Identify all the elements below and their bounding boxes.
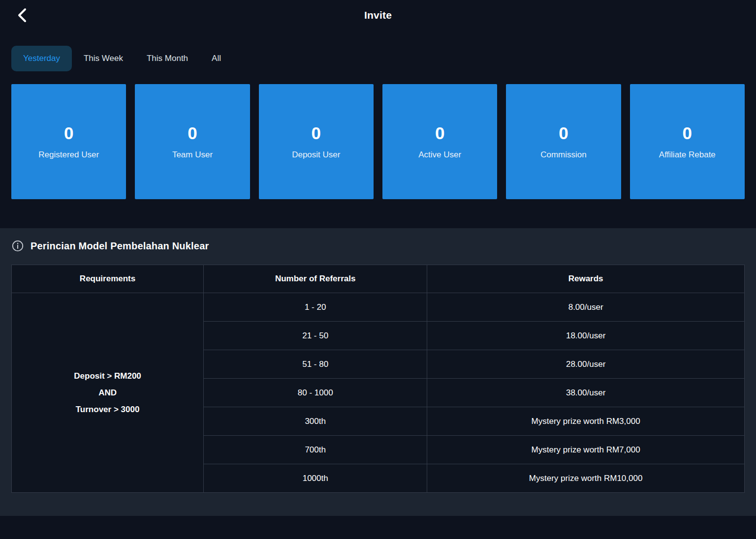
chevron-left-icon [17, 8, 28, 23]
stat-card-team-user: 0 Team User [135, 84, 250, 199]
reward-cell: 8.00/user [427, 293, 745, 322]
table-header-row: Requirements Number of Referrals Rewards [12, 265, 745, 293]
column-header-rewards: Rewards [427, 265, 745, 293]
requirement-line: Turnover > 3000 [12, 401, 203, 418]
referrals-cell: 21 - 50 [204, 322, 427, 350]
requirement-line: AND [12, 385, 203, 401]
stat-label: Registered User [38, 150, 99, 160]
referrals-cell: 1000th [204, 464, 427, 493]
referral-rewards-table: Requirements Number of Referrals Rewards… [11, 265, 745, 493]
tab-this-month[interactable]: This Month [135, 46, 200, 71]
column-header-number-of-referrals: Number of Referrals [204, 265, 427, 293]
reward-cell: 18.00/user [427, 322, 745, 350]
back-button[interactable] [14, 7, 31, 24]
stat-card-registered-user: 0 Registered User [11, 84, 126, 199]
referrals-cell: 700th [204, 436, 427, 464]
reward-cell: Mystery prize worth RM10,000 [427, 464, 745, 493]
requirement-line: Deposit > RM200 [12, 368, 203, 385]
requirements-cell: Deposit > RM200 AND Turnover > 3000 [12, 293, 204, 493]
reward-cell: Mystery prize worth RM3,000 [427, 407, 745, 436]
panel-title-row: Perincian Model Pembelahan Nuklear [11, 240, 745, 252]
stats-grid: 0 Registered User 0 Team User 0 Deposit … [11, 84, 745, 199]
referral-model-title: Perincian Model Pembelahan Nuklear [31, 240, 209, 252]
stat-label: Active User [418, 150, 461, 160]
reward-cell: 28.00/user [427, 350, 745, 379]
tab-all[interactable]: All [200, 46, 233, 71]
stat-label: Team User [172, 150, 213, 160]
referrals-cell: 51 - 80 [204, 350, 427, 379]
stat-card-commission: 0 Commission [506, 84, 621, 199]
reward-cell: Mystery prize worth RM7,000 [427, 436, 745, 464]
period-tabs: Yesterday This Week This Month All [11, 46, 756, 71]
stat-label: Commission [540, 150, 587, 160]
header: Invite [0, 0, 756, 30]
stat-label: Deposit User [292, 150, 340, 160]
stat-value: 0 [188, 123, 197, 143]
referrals-cell: 300th [204, 407, 427, 436]
tab-yesterday[interactable]: Yesterday [11, 46, 72, 71]
stat-value: 0 [683, 123, 692, 143]
stat-label: Affiliate Rebate [659, 150, 716, 160]
stat-value: 0 [312, 123, 321, 143]
tab-this-week[interactable]: This Week [72, 46, 135, 71]
reward-cell: 38.00/user [427, 379, 745, 407]
table-row: Deposit > RM200 AND Turnover > 3000 1 - … [12, 293, 745, 322]
referral-model-panel: Perincian Model Pembelahan Nuklear Requi… [0, 228, 756, 516]
stat-value: 0 [64, 123, 73, 143]
referrals-cell: 1 - 20 [204, 293, 427, 322]
stat-value: 0 [559, 123, 568, 143]
stat-value: 0 [435, 123, 444, 143]
stat-card-active-user: 0 Active User [382, 84, 497, 199]
info-circle-icon [12, 240, 24, 252]
stat-card-affiliate-rebate: 0 Affiliate Rebate [630, 84, 745, 199]
page-title: Invite [364, 9, 392, 21]
column-header-requirements: Requirements [12, 265, 204, 293]
referrals-cell: 80 - 1000 [204, 379, 427, 407]
stat-card-deposit-user: 0 Deposit User [259, 84, 374, 199]
